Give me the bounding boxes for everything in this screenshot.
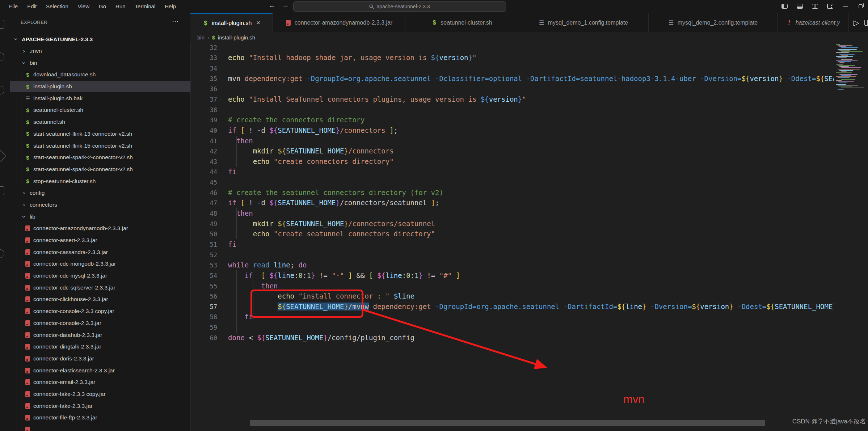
- tree-item-start-seatunnel-spark-2-connector-v2-sh[interactable]: $start-seatunnel-spark-2-connector-v2.sh: [10, 152, 190, 164]
- tab-install-plugin-sh[interactable]: $install-plugin.sh×: [190, 13, 273, 32]
- minimap[interactable]: [834, 43, 867, 91]
- code-line-60[interactable]: 60done < ${SEATUNNEL_HOME}/config/plugin…: [190, 333, 868, 343]
- code-line-40[interactable]: 40if [ ! -d ${SEATUNNEL_HOME}/connectors…: [190, 125, 868, 136]
- code-line-38[interactable]: 38: [190, 105, 868, 115]
- code-line-52[interactable]: 52: [190, 250, 868, 260]
- tab-mysql-demo-1-config-template[interactable]: ☰mysql_demo_1.config.template: [518, 13, 649, 32]
- code-line-39[interactable]: 39# create the connectors directory: [190, 115, 868, 125]
- code-line-43[interactable]: 43 echo "create connectors directory": [190, 156, 868, 167]
- tab-mysql-demo-2-config-template[interactable]: ☰mysql_demo_2.config.template: [649, 13, 778, 32]
- tree-item-connector-fake-2-3-3-jar[interactable]: connector-fake-2.3.3.jar: [10, 400, 190, 412]
- breadcrumb-file[interactable]: install-plugin.sh: [218, 34, 255, 41]
- tree-item-download-datasource-sh[interactable]: $download_datasource.sh: [10, 69, 190, 81]
- menu-item-run[interactable]: Run: [111, 3, 130, 9]
- tree-item-connector-email-2-3-3-jar[interactable]: connector-email-2.3.3.jar: [10, 376, 190, 388]
- code-line-37[interactable]: 37echo "Install SeaTunnel connectors plu…: [190, 94, 868, 105]
- tree-item-install-plugin-sh-bak[interactable]: ☰install-plugin.sh.bak: [10, 92, 190, 104]
- menu-item-file[interactable]: File: [5, 3, 22, 9]
- tree-item-stop-seatunnel-cluster-sh[interactable]: $stop-seatunnel-cluster.sh: [10, 175, 190, 187]
- tree-item-connectors[interactable]: ›connectors: [10, 199, 190, 211]
- breadcrumb[interactable]: bin › $ install-plugin.sh: [190, 32, 868, 43]
- horizontal-scrollbar[interactable]: [250, 420, 765, 426]
- command-center-search[interactable]: apache-seatunnel-2.3.3: [293, 1, 506, 12]
- tree-item-lib[interactable]: ›lib: [10, 211, 190, 223]
- tree-item-connector-file-ftp-2-3-3-jar[interactable]: connector-file-ftp-2.3.3.jar: [10, 412, 190, 424]
- code-line-46[interactable]: 46# create the seatunnel connectors dire…: [190, 187, 868, 198]
- code-line-34[interactable]: 34: [190, 63, 868, 73]
- menu-item-selection[interactable]: Selection: [42, 3, 72, 9]
- tree-item-connector-cdc-mysql-2-3-3-jar[interactable]: connector-cdc-mysql-2.3.3.jar: [10, 270, 190, 282]
- tree-item-connector-doris-2-3-3-jar[interactable]: connector-doris-2.3.3.jar: [10, 353, 190, 365]
- account-icon[interactable]: [0, 249, 4, 258]
- restore-button[interactable]: [853, 0, 868, 12]
- tree-item-connector-datahub-2-3-3-jar[interactable]: connector-datahub-2.3.3.jar: [10, 329, 190, 341]
- customize-layout-icon[interactable]: [822, 0, 838, 12]
- tree-root-apache-seatunnel[interactable]: ›APACHE-SEATUNNEL-2.3.3: [10, 33, 190, 45]
- tree-item-connector-amazondynamodb-2-3-3-jar[interactable]: connector-amazondynamodb-2.3.3.jar: [10, 223, 190, 234]
- tree-item-start-seatunnel-flink-15-connector-v2-sh[interactable]: $start-seatunnel-flink-15-connector-v2.s…: [10, 140, 190, 152]
- explorer-icon[interactable]: [0, 20, 4, 29]
- tree-item-start-seatunnel-spark-3-connector-v2-sh[interactable]: $start-seatunnel-spark-3-connector-v2.sh: [10, 164, 190, 176]
- toggle-secondary-sidebar-icon[interactable]: [807, 0, 822, 12]
- tree-item-start-seatunnel-flink-13-connector-v2-sh[interactable]: $start-seatunnel-flink-13-connector-v2.s…: [10, 128, 190, 140]
- tree-item-connector-cdc-mongodb-2-3-3-jar[interactable]: connector-cdc-mongodb-2.3.3.jar: [10, 258, 190, 270]
- tree-item-bin[interactable]: ›bin: [10, 57, 190, 69]
- tab-hazelcast-client-y[interactable]: !hazelcast-client.y: [778, 13, 849, 32]
- tab-seatunnel-cluster-sh[interactable]: $seatunnel-cluster.sh: [405, 13, 518, 32]
- code-line-49[interactable]: 49 mkdir ${SEATUNNEL_HOME}/connectors/se…: [190, 219, 868, 229]
- tree-item-connector-assert-2-3-3-jar[interactable]: connector-assert-2.3.3.jar: [10, 234, 190, 246]
- breadcrumb-folder[interactable]: bin: [197, 34, 205, 41]
- close-icon[interactable]: ×: [256, 19, 260, 27]
- menu-item-view[interactable]: View: [74, 3, 93, 9]
- nav-back-icon[interactable]: ←: [269, 1, 275, 9]
- code-line-57[interactable]: 57 ${SEATUNNEL_HOME}/mvnw dependency:get…: [190, 301, 868, 312]
- tree-item-connector-fake-2-3-3-copy-jar[interactable]: connector-fake-2.3.3 copy.jar: [10, 388, 190, 400]
- code-line-58[interactable]: 58 fi: [190, 312, 868, 322]
- code-line-47[interactable]: 47if [ ! -d ${SEATUNNEL_HOME}/connectors…: [190, 198, 868, 208]
- code-line-41[interactable]: 41 then: [190, 136, 868, 146]
- toggle-panel-icon[interactable]: [792, 0, 807, 12]
- code-line-53[interactable]: 53while read line; do: [190, 260, 868, 270]
- code-line-36[interactable]: 36: [190, 84, 868, 94]
- menu-item-go[interactable]: Go: [95, 3, 110, 9]
- sidebar-more-actions-icon[interactable]: ⋯: [172, 17, 179, 25]
- minimize-button[interactable]: [838, 0, 853, 12]
- menu-item-help[interactable]: Help: [161, 3, 180, 9]
- split-editor-icon[interactable]: [864, 20, 868, 26]
- code-line-59[interactable]: 59: [190, 322, 868, 333]
- code-line-51[interactable]: 51fi: [190, 239, 868, 250]
- tree-item-connector-console-2-3-3-jar[interactable]: connector-console-2.3.3.jar: [10, 317, 190, 329]
- code-line-55[interactable]: 55 then: [190, 281, 868, 291]
- menu-item-terminal[interactable]: Terminal: [131, 3, 160, 9]
- code-line-44[interactable]: 44fi: [190, 166, 868, 177]
- code-line-45[interactable]: 45: [190, 177, 868, 187]
- tree-item-connector-dingtalk-2-3-3-jar[interactable]: connector-dingtalk-2.3.3.jar: [10, 341, 190, 353]
- tree-item-config[interactable]: ›config: [10, 187, 190, 199]
- code-line-42[interactable]: 42 mkdir ${SEATUNNEL_HOME}/connectors: [190, 146, 868, 156]
- search-sidebar-icon[interactable]: [0, 52, 4, 61]
- tree-item-connector-clickhouse-2-3-3-jar[interactable]: connector-clickhouse-2.3.3.jar: [10, 293, 190, 305]
- tree-item-install-plugin-sh[interactable]: $install-plugin.sh: [10, 81, 190, 93]
- source-control-icon[interactable]: [0, 86, 4, 94]
- code-line-50[interactable]: 50 echo "create seatunnel connectors dir…: [190, 229, 868, 239]
- run-file-icon[interactable]: ▷: [854, 18, 859, 27]
- tree-item-connector-cdc-sqlserver-2-3-3-jar[interactable]: connector-cdc-sqlserver-2.3.3.jar: [10, 282, 190, 293]
- code-line-56[interactable]: 56 echo "install connector : " $line: [190, 291, 868, 301]
- toggle-sidebar-icon[interactable]: [777, 0, 792, 12]
- extensions-icon[interactable]: [0, 186, 4, 195]
- code-line-48[interactable]: 48 then: [190, 208, 868, 219]
- code-line-33[interactable]: 33echo "Install hadoop shade jar, usage …: [190, 52, 868, 63]
- code-line-32[interactable]: 32: [190, 42, 868, 53]
- tree-item-seatunnel-cluster-sh[interactable]: $seatunnel-cluster.sh: [10, 104, 190, 116]
- code-line-54[interactable]: 54 if [ ${line:0:1} != "-" ] && [ ${line…: [190, 270, 868, 281]
- run-debug-icon[interactable]: [0, 150, 6, 162]
- code-editor[interactable]: 3233echo "Install hadoop shade jar, usag…: [190, 42, 868, 354]
- code-line-35[interactable]: 35mvn dependency:get -DgroupId=org.apach…: [190, 73, 868, 84]
- nav-forward-icon[interactable]: →: [282, 1, 289, 9]
- tree-item-connector-elasticsearch-2-3-3-jar[interactable]: connector-elasticsearch-2.3.3.jar: [10, 364, 190, 376]
- tree-item-seatunnel-sh[interactable]: $seatunnel.sh: [10, 116, 190, 128]
- menu-item-edit[interactable]: Edit: [23, 3, 41, 9]
- tree-item-partial[interactable]: [10, 424, 190, 431]
- tab-connector-amazondynamodb-2-3-3-jar[interactable]: connector-amazondynamodb-2.3.3.jar: [273, 13, 405, 32]
- tree-item-connector-console-2-3-3-copy-jar[interactable]: connector-console-2.3.3 copy.jar: [10, 305, 190, 317]
